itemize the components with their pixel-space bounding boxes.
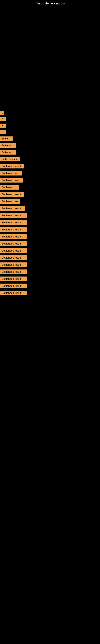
bottleneck-result-label: Bottleneck result [0,206,25,211]
list-item: Bottleneck result [0,262,100,267]
bottleneck-result-label: Bottleneck result [0,227,27,232]
bottleneck-result-label: Bottlen [0,136,13,141]
list-item: Bottleneck res [0,199,100,204]
list-item: Bo [0,130,100,134]
list-item: Bottleneck result [0,192,100,196]
bottleneck-result-label: Bottleneck result [0,234,27,239]
list-item: E [0,111,100,115]
bottleneck-result-label: Bottleneck result [0,270,27,274]
list-item: Bottleneck result [0,248,100,253]
list-item: Bottleneck r [0,185,100,190]
bottleneck-result-label: Bottleneck r [0,185,19,190]
bottleneck-result-label: Bottleneck result [0,284,27,288]
list-item: B [0,124,100,128]
bottleneck-result-label: Bottleneck result [0,192,24,196]
list-item: Bottleneck result [0,227,100,232]
bottleneck-result-label: Bottleneck result [0,213,27,218]
bottleneck-result-label: Bo [0,130,6,134]
list-item: Bottleneck result [0,256,100,260]
bottleneck-result-label: E [0,111,4,115]
bottleneck-result-label: Bo [0,117,6,121]
list-item: Bottleneck result [0,241,100,246]
bottleneck-result-label: Bottleneck result [0,256,27,260]
bottleneck-result-label: Bottleneck r [0,143,16,148]
list-item: Bo [0,117,100,121]
bottleneck-result-label: Bottleneck result [0,276,27,281]
bottleneck-result-label: Bottleneck result [0,220,27,225]
list-item: Bottleneck res [0,157,100,162]
list-item: Bottlenec [0,150,100,154]
list-item: Bottleneck result [0,206,100,211]
bottleneck-result-label: Bottleneck result [0,262,27,267]
bottleneck-result-label: Bottleneck res [0,157,20,162]
list-item: Bottlen [0,136,100,141]
bottleneck-result-label: Bottleneck resu [0,178,23,182]
list-item: Bottleneck result [0,220,100,225]
bottleneck-result-label: Bottleneck result [0,241,27,246]
bottleneck-result-label: Bottleneck result [0,164,24,168]
bottleneck-result-label: Bottleneck result [0,248,27,253]
list-item: Bottleneck result [0,290,100,295]
list-item: Bottleneck re [0,171,100,176]
list-item: Bottleneck result [0,213,100,218]
list-item: Bottleneck result [0,234,100,239]
bottleneck-result-label: Bottleneck res [0,199,20,204]
bottleneck-result-label: Bottlenec [0,150,16,154]
list-item: Bottleneck result [0,164,100,168]
bottleneck-result-label: Bottleneck re [0,171,22,176]
list-item: Bottleneck resu [0,178,100,182]
site-title: TheBottlenecker.com [35,2,65,5]
bottleneck-result-label: Bottleneck result [0,290,27,295]
list-item: Bottleneck result [0,270,100,274]
bottleneck-result-label: B [0,124,6,128]
list-item: Bottleneck r [0,143,100,148]
items-container: EBoBBoBottlenBottleneck rBottlenecBottle… [0,111,100,298]
list-item: Bottleneck result [0,276,100,281]
list-item: Bottleneck result [0,284,100,288]
